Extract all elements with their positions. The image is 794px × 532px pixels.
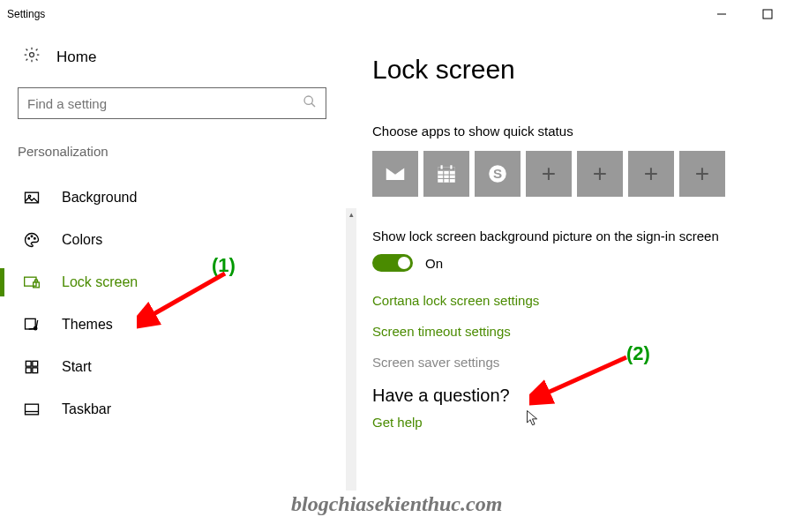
home-label: Home [56, 49, 96, 66]
search-input[interactable] [27, 96, 303, 111]
page-title: Lock screen [372, 55, 794, 85]
search-box[interactable] [18, 87, 326, 119]
start-icon [23, 358, 41, 376]
svg-point-2 [30, 53, 34, 57]
svg-rect-17 [33, 368, 38, 373]
maximize-button[interactable] [748, 2, 787, 26]
titlebar: Settings [0, 0, 794, 28]
link-cortana-settings[interactable]: Cortana lock screen settings [372, 293, 794, 308]
themes-icon [23, 316, 41, 333]
svg-rect-21 [438, 167, 455, 170]
app-tile-skype[interactable]: S [475, 151, 521, 197]
sidebar-item-label: Themes [62, 317, 113, 333]
quick-status-tiles: S + + + + [372, 151, 794, 197]
sidebar-item-label: Colors [62, 232, 102, 248]
bg-toggle-state: On [425, 256, 443, 271]
link-screen-timeout[interactable]: Screen timeout settings [372, 324, 794, 339]
sidebar-item-background[interactable]: Background [0, 176, 344, 219]
lockscreen-icon [23, 273, 41, 291]
category-header: Personalization [18, 144, 344, 159]
app-tile-add-2[interactable]: + [577, 151, 623, 197]
window-title: Settings [7, 8, 45, 20]
gear-icon [23, 46, 41, 68]
sidebar-item-label: Start [62, 359, 92, 375]
annotation-arrow-1 [137, 269, 234, 331]
bg-toggle[interactable] [372, 254, 413, 272]
plus-icon: + [542, 160, 556, 188]
svg-point-8 [31, 236, 33, 237]
svg-rect-15 [33, 361, 38, 366]
plus-icon: + [593, 160, 607, 188]
plus-icon: + [644, 160, 658, 188]
svg-rect-18 [26, 404, 39, 415]
svg-point-7 [28, 238, 30, 240]
sidebar-item-start[interactable]: Start [0, 346, 344, 388]
cursor-icon [525, 408, 540, 428]
svg-text:S: S [493, 166, 502, 181]
svg-line-31 [542, 357, 626, 395]
svg-rect-1 [763, 10, 772, 19]
home-nav[interactable]: Home [23, 46, 344, 68]
sidebar-item-label: Background [62, 190, 137, 206]
app-tile-add-3[interactable]: + [628, 151, 674, 197]
svg-point-3 [304, 96, 312, 104]
svg-rect-14 [26, 361, 31, 366]
svg-point-9 [34, 238, 36, 240]
annotation-arrow-2 [529, 353, 635, 406]
app-tile-add-1[interactable]: + [526, 151, 572, 197]
palette-icon [23, 231, 41, 249]
quick-status-label: Choose apps to show quick status [372, 124, 794, 139]
taskbar-icon [23, 401, 41, 418]
bg-toggle-label: Show lock screen background picture on t… [372, 229, 794, 244]
app-tile-add-4[interactable]: + [679, 151, 725, 197]
app-tile-mail[interactable] [372, 151, 418, 197]
picture-icon [23, 189, 41, 206]
svg-line-4 [311, 103, 315, 107]
svg-line-30 [147, 273, 225, 318]
plus-icon: + [695, 160, 709, 188]
search-icon [303, 94, 317, 112]
sidebar-item-colors[interactable]: Colors [0, 219, 344, 261]
app-tile-calendar[interactable] [423, 151, 469, 197]
sidebar-item-label: Lock screen [62, 274, 138, 290]
minimize-button[interactable] [702, 2, 741, 26]
sidebar-item-taskbar[interactable]: Taskbar [0, 388, 344, 431]
link-get-help[interactable]: Get help [372, 415, 794, 430]
svg-rect-16 [26, 368, 31, 373]
main-panel: Lock screen Choose apps to show quick st… [344, 28, 794, 532]
sidebar-item-label: Taskbar [62, 401, 111, 417]
watermark-text: blogchiasekienthuc.com [291, 492, 502, 516]
